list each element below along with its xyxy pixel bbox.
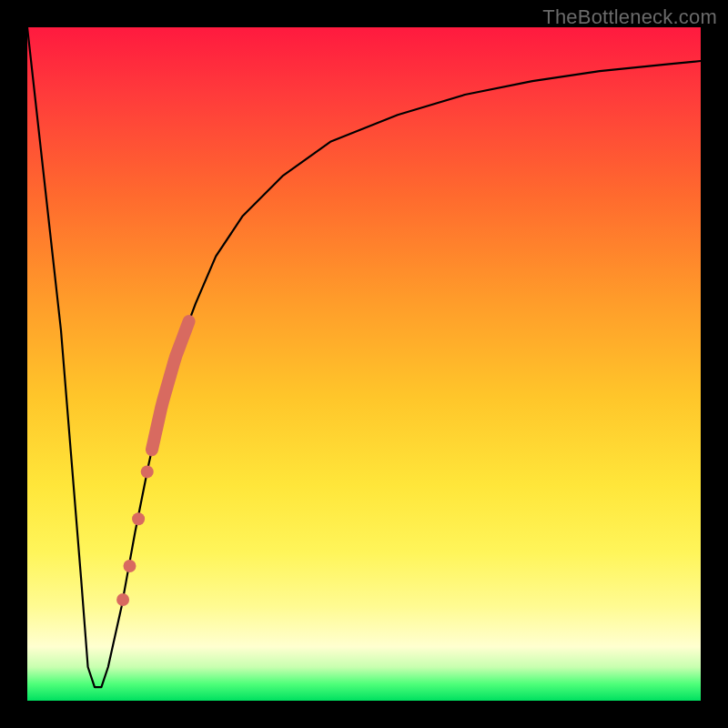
chart-svg bbox=[27, 27, 701, 701]
highlight-dot bbox=[132, 512, 145, 525]
chart-frame: TheBottleneck.com bbox=[0, 0, 728, 728]
plot-area bbox=[27, 27, 701, 701]
highlight-dot bbox=[123, 560, 136, 572]
highlight-segment bbox=[152, 321, 189, 450]
watermark-text: TheBottleneck.com bbox=[542, 5, 717, 29]
bottleneck-curve bbox=[27, 27, 701, 687]
highlight-dot bbox=[141, 465, 154, 478]
highlight-dot bbox=[116, 593, 129, 606]
